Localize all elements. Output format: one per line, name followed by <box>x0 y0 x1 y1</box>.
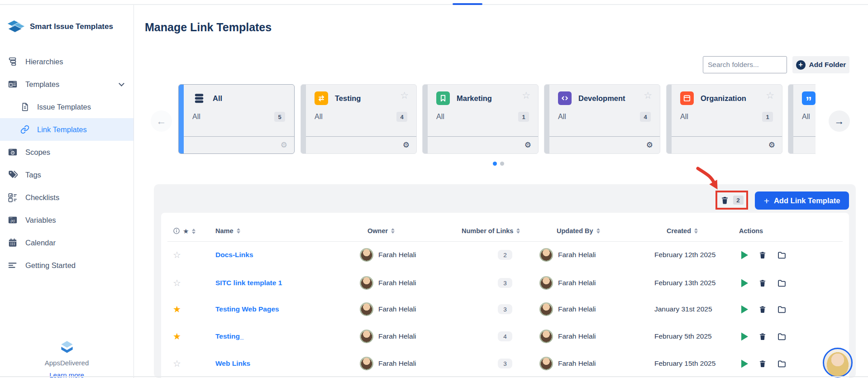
gear-icon[interactable]: ⚙ <box>646 141 653 149</box>
sidebar-item-issue-templates[interactable]: Issue Templates <box>0 96 134 118</box>
support-chat-avatar[interactable] <box>823 348 853 378</box>
sidebar-item-checklists[interactable]: Checklists <box>0 186 134 209</box>
folder-card-marketing[interactable]: Marketing ☆ All 1 ⚙ <box>422 84 539 154</box>
card-stripe <box>667 85 672 153</box>
column-header-created[interactable]: Created <box>667 227 698 234</box>
delete-icon[interactable] <box>758 279 767 287</box>
delete-icon[interactable] <box>758 332 767 340</box>
folder-scope: All <box>558 113 566 121</box>
table-row: Docs-Links Farah Helali 2 Farah Helali F… <box>167 242 843 268</box>
template-name-link[interactable]: Testing Web Pages <box>215 305 279 313</box>
sidebar-item-hierarchies[interactable]: Hierarchies <box>0 50 134 73</box>
folder-count-badge: 5 <box>274 112 285 122</box>
star-column-header[interactable]: ★ <box>183 227 196 235</box>
card-stripe <box>788 85 793 153</box>
sidebar-item-calendar[interactable]: Calendar <box>0 231 134 254</box>
bulk-delete-button[interactable]: 2 <box>715 191 748 210</box>
sort-icon <box>192 229 196 234</box>
folder-card-clipped[interactable]: ” ☆ All ⚙ <box>788 84 816 154</box>
template-name-link[interactable]: Testing_ <box>215 332 244 340</box>
gear-icon[interactable]: ⚙ <box>403 141 410 149</box>
svg-text:(x): (x) <box>10 219 14 223</box>
column-header-owner[interactable]: Owner <box>367 227 395 234</box>
star-icon[interactable] <box>173 358 181 369</box>
sidebar-item-variables[interactable]: (x) Variables <box>0 209 134 231</box>
apply-template-icon[interactable] <box>741 279 748 287</box>
add-link-template-button[interactable]: + Add Link Template <box>755 191 849 210</box>
hierarchy-icon <box>8 57 18 67</box>
page-title: Manage Link Templates <box>145 21 272 34</box>
card-stripe <box>179 85 184 153</box>
owner-cell: Farah Helali <box>360 357 416 370</box>
column-header-updated-by[interactable]: Updated By <box>557 227 600 234</box>
star-icon[interactable]: ☆ <box>522 90 530 101</box>
stack-icon <box>192 91 206 105</box>
scope-target-icon <box>8 147 18 157</box>
star-icon[interactable] <box>173 249 181 260</box>
column-header-number-of-links[interactable]: Number of Links <box>462 227 520 234</box>
pagination-dot[interactable] <box>493 162 497 166</box>
link-templates-table: ★ Name Owner Number of Links Updated By … <box>161 213 849 378</box>
move-to-folder-icon[interactable] <box>777 332 787 341</box>
swap-arrows-icon <box>315 91 328 105</box>
move-to-folder-icon[interactable] <box>777 305 787 314</box>
template-name-link[interactable]: SITC link template 1 <box>215 279 282 287</box>
created-date: January 31st 2025 <box>654 305 712 313</box>
folder-scope: All <box>802 113 810 121</box>
search-folders-input[interactable] <box>703 56 787 73</box>
add-folder-button[interactable]: + Add Folder <box>792 56 849 73</box>
folder-card-testing[interactable]: Testing ☆ All 4 ⚙ <box>300 84 417 154</box>
delete-icon[interactable] <box>758 305 767 313</box>
delete-icon[interactable] <box>758 359 767 368</box>
folder-count-badge: 1 <box>762 112 773 122</box>
star-icon[interactable]: ☆ <box>766 90 774 101</box>
variable-icon: (x) <box>8 215 18 225</box>
move-to-folder-icon[interactable] <box>777 278 787 288</box>
template-name-link[interactable]: Docs-Links <box>215 251 253 259</box>
gear-icon[interactable]: ⚙ <box>525 141 531 149</box>
sidebar-item-templates[interactable]: Templates <box>0 73 134 96</box>
sidebar-item-link-templates[interactable]: Link Templates <box>0 118 134 141</box>
template-name-link[interactable]: Web Links <box>215 359 250 368</box>
folder-scope: All <box>315 113 323 121</box>
star-icon[interactable]: ☆ <box>400 90 409 101</box>
apply-template-icon[interactable] <box>741 305 748 313</box>
column-header-name[interactable]: Name <box>215 227 240 234</box>
sidebar-footer: AppsDelivered Learn more <box>0 340 134 378</box>
star-icon[interactable] <box>173 331 181 342</box>
created-date: February 15th 2025 <box>654 359 715 368</box>
links-count-badge: 4 <box>498 331 512 341</box>
chevron-down-icon[interactable] <box>119 81 124 86</box>
sidebar: Smart Issue Templates Hierarchies <box>0 5 134 378</box>
folder-card-development[interactable]: Development ☆ All 4 ⚙ <box>544 84 660 154</box>
created-date: February 13th 2025 <box>654 279 715 287</box>
row-actions <box>741 305 787 314</box>
delete-icon[interactable] <box>758 251 767 259</box>
table-header: ★ Name Owner Number of Links Updated By … <box>167 225 843 242</box>
apply-template-icon[interactable] <box>741 359 748 368</box>
carousel-prev-button[interactable]: ← <box>151 110 172 132</box>
pagination-dot[interactable] <box>500 162 504 166</box>
appsdelivered-logo-icon <box>0 340 134 355</box>
apply-template-icon[interactable] <box>741 251 748 259</box>
folder-card-organization[interactable]: Organization ☆ All 1 ⚙ <box>666 84 782 154</box>
move-to-folder-icon[interactable] <box>777 250 787 260</box>
sidebar-item-tags[interactable]: Tags <box>0 163 134 186</box>
folder-card-all[interactable]: All All 5 ⚙ <box>178 84 295 154</box>
star-icon[interactable] <box>173 278 181 288</box>
text-lines-icon <box>8 260 18 270</box>
created-date: February 12th 2025 <box>654 251 715 259</box>
star-icon[interactable] <box>173 304 181 315</box>
move-to-folder-icon[interactable] <box>777 359 787 368</box>
gear-icon[interactable]: ⚙ <box>281 141 287 149</box>
sidebar-item-getting-started[interactable]: Getting Started <box>0 254 134 277</box>
table-row: Web Links Farah Helali 3 Farah Helali Fe… <box>167 350 843 377</box>
trash-count-badge: 2 <box>733 196 744 205</box>
sidebar-item-scopes[interactable]: Scopes <box>0 141 134 163</box>
row-actions <box>741 359 787 368</box>
carousel-next-button[interactable]: → <box>829 110 850 132</box>
plus-circle-icon: + <box>796 60 806 70</box>
gear-icon[interactable]: ⚙ <box>768 141 775 149</box>
star-icon[interactable]: ☆ <box>644 90 652 101</box>
apply-template-icon[interactable] <box>741 332 748 340</box>
